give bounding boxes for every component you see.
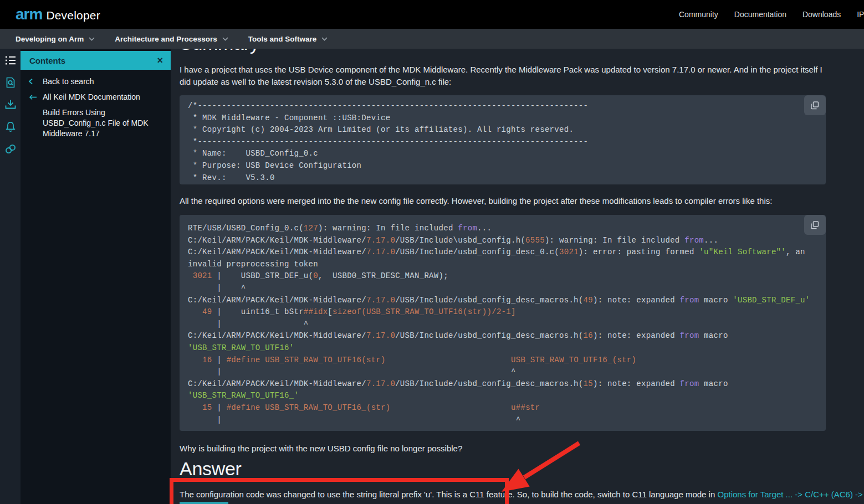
main-navbar: Developing on Arm Architecture and Proce…	[0, 29, 864, 49]
notifications-bell-icon[interactable]	[4, 121, 17, 133]
summary-heading: Summary	[180, 49, 259, 54]
contents-panel-header: Contents ×	[21, 51, 171, 70]
document-search-icon[interactable]	[4, 76, 17, 89]
answer-paragraph: The configuration code was changed to us…	[180, 490, 863, 499]
navbar-item-label: Architecture and Processors	[115, 35, 217, 43]
intro-paragraph: I have a project that uses the USB Devic…	[180, 64, 826, 88]
navbar-tools-software[interactable]: Tools and Software	[248, 35, 328, 43]
chevron-left-icon	[21, 76, 43, 86]
top-nav-downloads[interactable]: Downloads	[802, 10, 841, 19]
current-doc-label: Build Errors Using USBD_Config_n.c File …	[43, 107, 169, 139]
code-block-2-content: RTE/USB/USBD_Config_0.c(127): warning: I…	[180, 215, 826, 431]
answer-heading: Answer	[180, 459, 242, 479]
chevron-down-icon	[321, 37, 328, 41]
links-icon[interactable]	[4, 143, 17, 155]
top-nav-ip-explorer[interactable]: IP Explorer	[857, 10, 864, 19]
code-block-2: RTE/USB/USBD_Config_0.c(127): warning: I…	[180, 215, 826, 431]
navbar-item-label: Tools and Software	[248, 35, 317, 43]
options-for-target-link[interactable]: Options for Target ... -> C/C++ (AC6) ->	[717, 490, 862, 499]
navbar-developing-on-arm[interactable]: Developing on Arm	[16, 35, 95, 43]
contents-title: Contents	[29, 56, 65, 65]
arm-developer-page: arm Developer Community Documentation Do…	[0, 0, 864, 504]
close-icon[interactable]: ×	[157, 55, 163, 65]
main-content: Summary I have a project that uses the U…	[171, 49, 864, 504]
answer-text: The configuration code was changed to us…	[180, 490, 717, 499]
top-nav: Community Documentation Downloads IP Exp…	[679, 0, 864, 29]
code-block-1: /*--------------------------------------…	[180, 95, 826, 184]
copy-icon[interactable]	[804, 215, 826, 235]
chevron-down-icon	[222, 37, 228, 41]
question-paragraph: Why is building the project with the new…	[180, 443, 826, 455]
arm-developer-logo[interactable]: arm Developer	[16, 6, 100, 23]
contents-panel: Contents × Back to search All Keil MDK D…	[21, 49, 171, 504]
arm-logo-text: arm	[16, 6, 42, 23]
clipped-next-line	[180, 502, 228, 504]
parent-doc-label: All Keil MDK Documentation	[43, 92, 167, 102]
back-to-search-item[interactable]: Back to search	[21, 76, 171, 87]
downloads-icon[interactable]	[4, 99, 17, 111]
between-paragraph: All the required options were merged int…	[180, 195, 826, 207]
back-to-search-label: Back to search	[43, 76, 167, 87]
current-doc-item[interactable]: Build Errors Using USBD_Config_n.c File …	[21, 107, 171, 139]
top-header: arm Developer Community Documentation Do…	[0, 0, 864, 29]
top-nav-documentation[interactable]: Documentation	[734, 10, 786, 19]
left-icon-rail	[0, 49, 21, 504]
copy-icon[interactable]	[804, 95, 826, 115]
developer-logo-text: Developer	[46, 9, 100, 22]
arrow-left-icon	[21, 92, 43, 102]
top-nav-community[interactable]: Community	[679, 10, 718, 19]
navbar-architecture-processors[interactable]: Architecture and Processors	[115, 35, 228, 43]
code-block-1-content: /*--------------------------------------…	[180, 95, 826, 189]
navbar-item-label: Developing on Arm	[16, 35, 84, 43]
table-of-contents-icon[interactable]	[4, 54, 17, 66]
chevron-down-icon	[89, 37, 95, 41]
parent-doc-item[interactable]: All Keil MDK Documentation	[21, 92, 171, 102]
current-doc-spacer	[21, 107, 43, 109]
